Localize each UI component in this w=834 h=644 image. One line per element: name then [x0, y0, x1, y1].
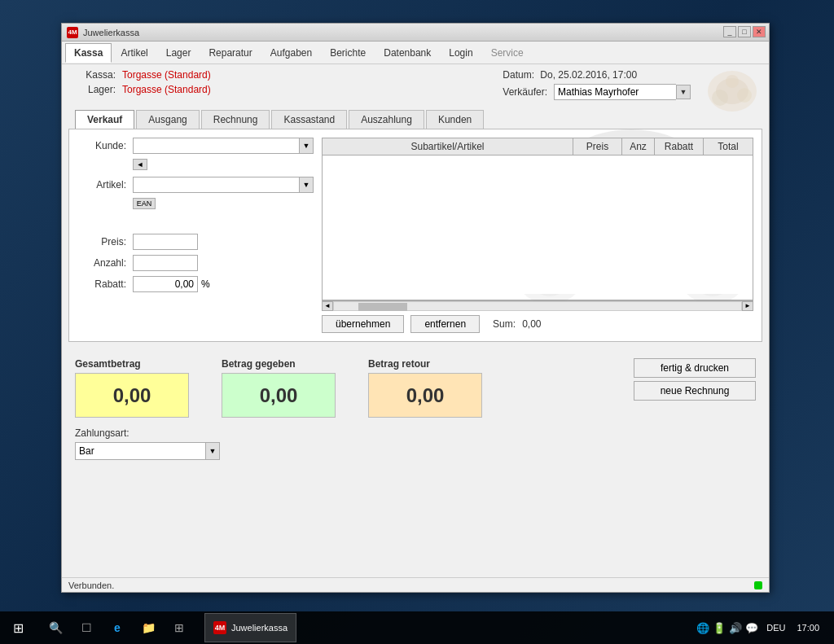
svg-point-3: [712, 90, 728, 106]
taskbar-language: DEU: [766, 623, 785, 633]
menu-berichte[interactable]: Berichte: [321, 43, 375, 63]
fertig-drucken-button[interactable]: fertig & drucken: [634, 358, 756, 378]
taskbar-task-view-icon[interactable]: ☐: [74, 616, 99, 640]
menu-datenbank[interactable]: Datenbank: [375, 43, 440, 63]
lager-label: Lager:: [75, 84, 116, 95]
taskbar-battery-icon: 🔋: [713, 622, 726, 634]
menu-kassa[interactable]: Kassa: [65, 43, 112, 63]
menu-service[interactable]: Service: [482, 43, 533, 63]
scrollbar-thumb[interactable]: [358, 303, 407, 311]
taskbar: ⊞ 🔍 ☐ e 📁 ⊞ 4M Juwelierkassa 🌐 🔋 🔊 💬 DEU…: [0, 611, 834, 644]
taskbar-explorer-icon[interactable]: 📁: [136, 616, 160, 640]
minimize-button[interactable]: _: [723, 26, 736, 37]
neue-rechnung-button[interactable]: neue Rechnung: [634, 381, 756, 401]
betrag-retour-box: Betrag retour 0,00: [368, 358, 482, 418]
verkaufer-dropdown-arrow[interactable]: ▼: [676, 85, 691, 99]
table-body[interactable]: [323, 156, 753, 294]
zahlungsart-input[interactable]: [75, 442, 205, 460]
kunde-label: Kunde:: [77, 140, 126, 151]
verkaufer-input[interactable]: [554, 84, 676, 100]
app-icon: 4M: [67, 27, 78, 38]
anzahl-input[interactable]: [133, 255, 198, 271]
content-area: Kunde: ▼ ◄ Artikel: ▼: [68, 129, 762, 342]
taskbar-clock: 17:00: [790, 623, 826, 633]
artikel-dropdown-arrow[interactable]: ▼: [299, 177, 314, 193]
taskbar-edge-icon[interactable]: e: [105, 616, 129, 640]
taskbar-time: 17:00: [797, 623, 819, 633]
connection-status-dot: [754, 581, 762, 589]
rabatt-field-row: Rabatt: %: [77, 276, 314, 292]
table-scrollbar[interactable]: ◄ ►: [322, 300, 753, 310]
maximize-button[interactable]: □: [738, 26, 751, 37]
zahlungsart-label: Zahlungsart:: [75, 427, 220, 439]
rabatt-input[interactable]: [133, 276, 198, 292]
taskbar-app-icon: 4M: [213, 621, 226, 634]
preis-label: Preis:: [77, 236, 126, 248]
ubernehmen-button[interactable]: übernehmen: [322, 315, 404, 333]
desktop: 4M Juwelierkassa _ □ ✕ Kassa Artikel Lag…: [0, 0, 834, 644]
kunde-dropdown-arrow[interactable]: ▼: [299, 138, 314, 154]
totals-row: Gesamtbetrag 0,00 Betrag gegeben 0,00 Be…: [75, 358, 756, 418]
entfernen-button[interactable]: entfernen: [410, 315, 480, 333]
menu-artikel[interactable]: Artikel: [112, 43, 156, 63]
preis-section: Preis: Anzahl: Rabatt: %: [77, 234, 314, 292]
sum-label: Sum:: [493, 318, 516, 330]
right-buttons: fertig & drucken neue Rechnung: [634, 358, 756, 418]
scrollbar-left-arrow[interactable]: ◄: [322, 301, 333, 311]
tab-kassastand[interactable]: Kassastand: [271, 110, 347, 129]
tab-auszahlung[interactable]: Auszahlung: [349, 110, 424, 129]
close-button[interactable]: ✕: [753, 26, 766, 37]
zahlungsart-dropdown-arrow[interactable]: ▼: [205, 442, 220, 460]
betrag-gegeben-label: Betrag gegeben: [222, 358, 296, 370]
zahlungsart-combo: ▼: [75, 442, 220, 460]
betrag-retour-value: 0,00: [368, 373, 482, 418]
taskbar-app-juwelierkassa[interactable]: 4M Juwelierkassa: [204, 613, 296, 642]
window-controls: _ □ ✕: [723, 26, 766, 37]
preis-input[interactable]: [133, 234, 198, 250]
betrag-gegeben-box: Betrag gegeben 0,00: [222, 358, 336, 418]
col-total: Total: [704, 138, 753, 155]
tab-verkauf[interactable]: Verkauf: [75, 110, 134, 129]
sub-tabs: Verkauf Ausgang Rechnung Kassastand Ausz…: [62, 105, 769, 129]
start-button[interactable]: ⊞: [0, 611, 37, 644]
right-panel: Subartikel/Artikel Preis Anz Rabatt Tota…: [322, 138, 753, 333]
menu-lager[interactable]: Lager: [157, 43, 200, 63]
tab-rechnung[interactable]: Rechnung: [201, 110, 270, 129]
artikel-field-row: Artikel: ▼: [77, 177, 314, 193]
taskbar-notification-icon: 💬: [745, 622, 758, 634]
kassa-value: Torgasse (Standard): [122, 69, 211, 81]
taskbar-network-icon: 🌐: [696, 622, 709, 634]
col-preis: Preis: [573, 138, 622, 155]
scrollbar-track[interactable]: [333, 301, 742, 311]
info-right: Datum: Do, 25.02.2016, 17:00 Verkäufer: …: [503, 69, 691, 100]
gesamtbetrag-value: 0,00: [75, 373, 189, 418]
datum-label: Datum:: [503, 69, 534, 81]
artikel-input[interactable]: [133, 177, 299, 193]
taskbar-right: 🌐 🔋 🔊 💬 DEU 17:00: [688, 622, 834, 634]
scrollbar-right-arrow[interactable]: ►: [742, 301, 753, 311]
gesamtbetrag-box: Gesamtbetrag 0,00: [75, 358, 189, 418]
ean-button[interactable]: EAN: [133, 198, 156, 209]
lager-row: Lager: Torgasse (Standard): [75, 84, 503, 95]
status-text: Verbunden.: [68, 580, 114, 590]
menu-bar: Kassa Artikel Lager Reparatur Aufgaben B…: [62, 42, 769, 64]
menu-aufgaben[interactable]: Aufgaben: [261, 43, 321, 63]
betrag-retour-label: Betrag retour: [368, 358, 430, 370]
verkaufer-label: Verkäufer:: [503, 86, 547, 98]
menu-login[interactable]: Login: [440, 43, 481, 63]
sum-value: 0,00: [522, 318, 541, 330]
tab-ausgang[interactable]: Ausgang: [136, 110, 199, 129]
taskbar-app-label: Juwelierkassa: [231, 623, 288, 633]
bottom-row2: Zahlungsart: ▼: [75, 427, 756, 460]
window-title: Juwelierkassa: [83, 28, 139, 37]
kunde-field-row: Kunde: ▼: [77, 138, 314, 154]
betrag-gegeben-value[interactable]: 0,00: [222, 373, 336, 418]
rabatt-label: Rabatt:: [77, 278, 126, 290]
taskbar-search-icon[interactable]: 🔍: [43, 616, 68, 640]
tab-kunden[interactable]: Kunden: [426, 110, 484, 129]
taskbar-store-icon[interactable]: ⊞: [167, 616, 191, 640]
kunde-small-btn[interactable]: ◄: [133, 159, 147, 170]
menu-reparatur[interactable]: Reparatur: [200, 43, 261, 63]
kunde-input[interactable]: [133, 138, 299, 154]
content-inner: Kunde: ▼ ◄ Artikel: ▼: [69, 129, 762, 341]
